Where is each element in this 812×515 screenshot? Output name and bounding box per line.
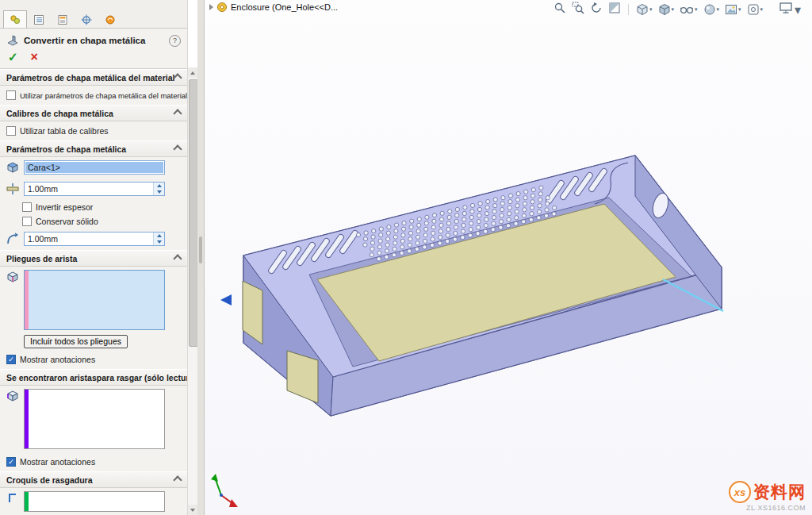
tab-configuration-manager[interactable]	[51, 10, 75, 28]
display-manager-icon	[105, 14, 116, 25]
edit-appearance-icon	[703, 3, 716, 16]
selected-face-item[interactable]: Cara<1>	[25, 162, 163, 173]
checkbox-box[interactable]	[6, 355, 16, 364]
collapse-chevron-icon	[173, 475, 182, 484]
section-header-rips[interactable]: Se encontraron aristaspara rasgar (sólo …	[0, 369, 187, 386]
dropdown-caret-icon: ▾	[649, 6, 653, 13]
dropdown-caret-icon: ▾	[672, 6, 675, 13]
rip-edges-listbox[interactable]	[24, 389, 165, 449]
checkbox-box[interactable]	[22, 202, 32, 212]
configuration-manager-icon	[57, 14, 68, 25]
view-settings-button[interactable]: ▾	[747, 3, 764, 16]
watermark: xs 资料网 ZL.XS1616.COM	[729, 481, 806, 512]
splitter-grip[interactable]	[199, 236, 202, 263]
section-label: Se encontraron aristaspara rasgar (sólo …	[6, 373, 187, 382]
show-annotations-checkbox-bends[interactable]: Mostrar anotaciones	[0, 350, 187, 369]
thickness-row: 1.00mm	[0, 179, 187, 200]
checkbox-label: Utilizar tabla de calibres	[20, 126, 108, 136]
tab-dimxpert-manager[interactable]	[75, 10, 98, 28]
flyout-feature-tree[interactable]: Enclosure (One_Hole<<D...	[209, 2, 338, 13]
enclosure-model[interactable]	[243, 156, 723, 416]
keep-body-checkbox[interactable]: Conservar sólido	[0, 214, 187, 229]
checkbox-box[interactable]	[6, 457, 16, 467]
section-header-params[interactable]: Parámetros de chapa metálica	[0, 140, 187, 157]
zoom-area-icon[interactable]	[572, 2, 584, 17]
ok-button[interactable]: ✓	[8, 52, 18, 63]
watermark-url: ZL.XS1616.COM	[729, 504, 806, 512]
use-gauge-table-checkbox[interactable]: Utilizar tabla de calibres	[0, 121, 187, 140]
tab-display-manager[interactable]	[98, 10, 122, 28]
collect-all-bends-button[interactable]: Incluir todos los pliegues	[24, 335, 128, 348]
show-annotations-checkbox-rips[interactable]: Mostrar anotaciones	[0, 452, 187, 471]
feature-manager-icon	[33, 14, 44, 25]
thickness-input[interactable]: 1.00mm	[24, 182, 165, 196]
checkbox-label: Conservar sólido	[36, 217, 98, 226]
display-style-button[interactable]: ▾	[658, 3, 675, 16]
hide-show-items-icon	[680, 3, 694, 16]
display-style-icon	[658, 3, 671, 16]
thickness-icon	[6, 182, 20, 197]
tree-item-label[interactable]: Enclosure (One_Hole<<D...	[231, 2, 338, 12]
watermark-brand: 资料网	[753, 481, 806, 503]
checkbox-box[interactable]	[22, 217, 32, 226]
section-view-icon[interactable]	[608, 2, 621, 17]
section-header-gauges[interactable]: Calibres de chapa metálica	[0, 105, 187, 121]
model-canvas	[205, 0, 812, 515]
section-header-rip-sketch[interactable]: Croquis de rasgadura	[0, 471, 187, 488]
use-material-params-checkbox[interactable]: Utilizar parámetros de chapa metálica de…	[0, 86, 187, 105]
previous-view-icon[interactable]	[590, 2, 603, 17]
scroll-down-button[interactable]	[188, 505, 197, 515]
section-label: Calibres de chapa metálica	[6, 109, 113, 118]
purple-selection-strip	[25, 390, 29, 448]
section-label: Parámetros de chapa metálica del materia…	[6, 73, 174, 83]
thickness-value[interactable]: 1.00mm	[25, 183, 153, 195]
toolbar-separator	[628, 4, 629, 15]
tree-expand-caret-icon[interactable]	[209, 4, 213, 10]
invert-thickness-checkbox[interactable]: Invertir espesor	[0, 200, 187, 214]
dropdown-caret-icon: ▾	[738, 6, 741, 13]
part-icon	[216, 2, 228, 13]
monitor-toolbar: ▾	[779, 2, 801, 17]
zoom-fit-icon[interactable]	[553, 2, 566, 17]
checkbox-box[interactable]	[6, 126, 16, 136]
apply-scene-button[interactable]: ▾	[725, 3, 741, 16]
section-header-material[interactable]: Parámetros de chapa metálica del materia…	[0, 69, 187, 86]
collapse-chevron-icon	[174, 73, 182, 82]
bend-radius-value[interactable]: 1.00mm	[25, 233, 153, 245]
rip-sketch-row	[0, 488, 187, 515]
edge-bends-row	[0, 267, 187, 333]
help-icon[interactable]: ?	[169, 35, 181, 47]
panel-splitter[interactable]	[197, 0, 205, 515]
scroll-up-button[interactable]	[188, 67, 197, 78]
spin-down-button[interactable]	[154, 189, 164, 195]
checkbox-box[interactable]	[6, 90, 16, 100]
spin-down-button[interactable]	[154, 239, 164, 245]
dropdown-caret-icon: ▾	[717, 6, 720, 13]
rip-sketch-listbox[interactable]	[24, 491, 165, 512]
spin-up-button[interactable]	[154, 183, 164, 189]
hide-show-items-button[interactable]: ▾	[680, 3, 698, 16]
dropdown-caret-icon: ▾	[760, 6, 764, 13]
section-header-bends[interactable]: Pliegues de arista	[0, 250, 187, 267]
edge-bends-icon	[6, 270, 20, 285]
graphics-viewport[interactable]: Enclosure (One_Hole<<D... ▾ ▾ ▾	[205, 0, 812, 515]
view-orientation-icon	[636, 3, 649, 16]
tab-property-manager[interactable]	[3, 10, 27, 28]
section-label: Croquis de rasgadura	[6, 475, 93, 485]
panel-header: Convertir en chapa metálica ?	[0, 29, 187, 50]
edge-bends-listbox[interactable]	[24, 270, 165, 330]
screen-display-button[interactable]	[779, 2, 793, 17]
checkbox-label: Utilizar parámetros de chapa metálica de…	[20, 91, 187, 100]
tab-feature-manager[interactable]	[27, 10, 51, 28]
bend-radius-input[interactable]: 1.00mm	[24, 232, 165, 246]
origin-triad-icon	[211, 474, 238, 507]
spin-up-button[interactable]	[154, 233, 164, 239]
cancel-button[interactable]: ×	[31, 52, 38, 63]
heads-up-toolbar: ▾ ▾ ▾ ▾ ▾ ▾	[553, 2, 763, 17]
panel-title: Convertir en chapa metálica	[24, 36, 145, 45]
property-manager-panel: Convertir en chapa metálica ? ✓ × Paráme…	[0, 0, 188, 515]
view-orientation-button[interactable]: ▾	[636, 3, 653, 16]
panel-scrollbar[interactable]	[187, 67, 197, 515]
edit-appearance-button[interactable]: ▾	[703, 3, 720, 16]
fixed-face-field[interactable]: Cara<1>	[24, 160, 165, 175]
